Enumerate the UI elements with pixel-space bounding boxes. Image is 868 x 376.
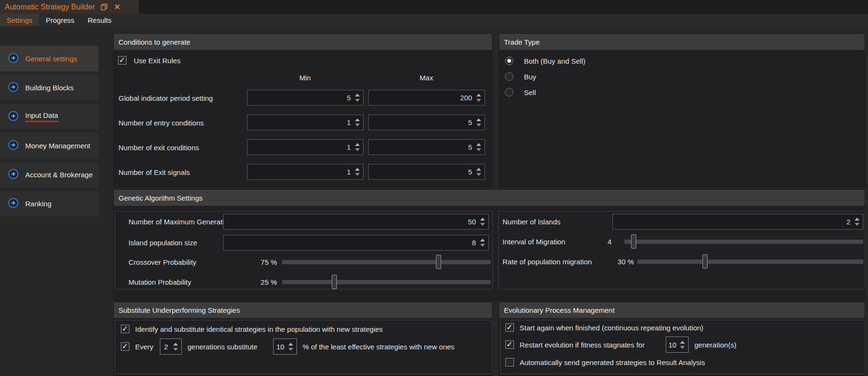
spin-down-icon[interactable] <box>476 99 481 102</box>
spinner-value[interactable]: 50 <box>224 214 476 229</box>
spin-up-icon[interactable] <box>855 218 859 221</box>
spinner-value[interactable]: 1 <box>247 115 351 130</box>
tab-settings[interactable]: Settings <box>0 14 39 26</box>
spin-down-icon[interactable] <box>355 124 360 126</box>
spinner-value[interactable]: 10 <box>274 339 287 354</box>
close-icon[interactable]: ✕ <box>114 3 120 11</box>
spinner-value[interactable]: 2 <box>160 339 172 354</box>
use-exit-rules-checkbox[interactable] <box>118 56 127 65</box>
min-spinner-global-indicator-period[interactable]: 5 <box>247 90 364 106</box>
max-generations-spinner[interactable]: 50 <box>223 214 489 230</box>
min-spinner-entry-conditions[interactable]: 1 <box>247 115 364 130</box>
sidebar-item-ranking[interactable]: Ranking <box>0 191 99 216</box>
spin-up-icon[interactable] <box>476 168 481 171</box>
spinner-buttons[interactable] <box>478 235 487 250</box>
spin-up-icon[interactable] <box>680 341 685 344</box>
sidebar-item-input-data[interactable]: Input Data <box>0 104 99 129</box>
crossover-slider[interactable] <box>282 255 491 269</box>
restore-window-icon[interactable] <box>100 3 108 10</box>
spinner-value[interactable]: 1 <box>247 140 351 154</box>
spinner-buttons[interactable] <box>353 90 362 105</box>
spin-down-icon[interactable] <box>480 244 485 247</box>
spinner-buttons[interactable] <box>353 140 362 154</box>
spinner-value[interactable]: 5 <box>247 90 351 105</box>
spin-up-icon[interactable] <box>288 343 293 346</box>
spin-up-icon[interactable] <box>355 168 360 171</box>
spinner-value[interactable]: 5 <box>369 140 472 154</box>
slider-track[interactable] <box>282 280 491 284</box>
slider-handle[interactable] <box>631 234 636 249</box>
spinner-value[interactable]: 8 <box>224 235 476 250</box>
spin-down-icon[interactable] <box>288 348 293 351</box>
sidebar-item-general-settings[interactable]: General settings <box>0 46 99 71</box>
spin-up-icon[interactable] <box>355 94 360 96</box>
spin-up-icon[interactable] <box>480 239 485 241</box>
islands-spinner[interactable]: 2 <box>612 214 863 230</box>
slider-track[interactable] <box>282 260 491 264</box>
slider-handle[interactable] <box>332 275 337 289</box>
min-spinner-exit-conditions[interactable]: 1 <box>247 139 364 155</box>
spinner-value[interactable]: 1 <box>247 164 351 179</box>
radio-both[interactable] <box>505 57 513 65</box>
spin-down-icon[interactable] <box>855 223 859 226</box>
slider-track[interactable] <box>624 240 863 244</box>
slider-track[interactable] <box>637 260 863 264</box>
tab-progress[interactable]: Progress <box>39 14 81 26</box>
spin-down-icon[interactable] <box>355 173 360 176</box>
spin-down-icon[interactable] <box>476 148 481 151</box>
sidebar-item-account-brokerage[interactable]: Account & Brokerage <box>0 162 99 187</box>
spinner-value[interactable]: 2 <box>613 214 850 229</box>
spinner-buttons[interactable] <box>474 164 483 179</box>
spin-down-icon[interactable] <box>173 348 178 351</box>
spin-up-icon[interactable] <box>355 118 360 121</box>
spin-down-icon[interactable] <box>480 223 485 226</box>
spin-up-icon[interactable] <box>355 143 360 146</box>
spinner-value[interactable]: 10 <box>666 337 679 352</box>
max-spinner-global-indicator-period[interactable]: 200 <box>368 90 485 106</box>
spinner-buttons[interactable] <box>474 140 483 154</box>
every-generations-checkbox[interactable] <box>121 342 129 351</box>
island-population-spinner[interactable]: 8 <box>223 235 489 251</box>
restart-evolution-checkbox[interactable] <box>505 340 514 349</box>
spinner-value[interactable]: 200 <box>369 90 472 105</box>
spin-down-icon[interactable] <box>476 173 481 176</box>
spin-up-icon[interactable] <box>480 218 485 221</box>
spin-up-icon[interactable] <box>476 118 481 121</box>
stagnation-generations-spinner[interactable]: 10 <box>666 337 689 353</box>
spin-down-icon[interactable] <box>476 124 481 126</box>
spinner-buttons[interactable] <box>286 339 295 354</box>
sidebar-item-building-blocks[interactable]: Building Blocks <box>0 75 99 100</box>
spinner-buttons[interactable] <box>171 339 180 354</box>
spinner-value[interactable]: 5 <box>369 115 472 130</box>
radio-sell[interactable] <box>505 88 513 96</box>
spinner-buttons[interactable] <box>474 115 483 130</box>
spin-up-icon[interactable] <box>476 94 481 96</box>
spin-down-icon[interactable] <box>355 148 360 151</box>
mutation-slider[interactable] <box>282 275 491 289</box>
spinner-buttons[interactable] <box>853 214 861 229</box>
start-again-checkbox[interactable] <box>505 323 514 332</box>
spinner-value[interactable]: 5 <box>369 164 472 179</box>
slider-handle[interactable] <box>702 254 708 269</box>
spin-up-icon[interactable] <box>476 143 481 146</box>
spinner-buttons[interactable] <box>353 164 362 179</box>
spinner-buttons[interactable] <box>353 115 362 130</box>
spinner-buttons[interactable] <box>474 90 483 105</box>
spin-up-icon[interactable] <box>173 343 178 346</box>
substitute-percent-spinner[interactable]: 10 <box>273 338 297 355</box>
spin-down-icon[interactable] <box>680 346 685 349</box>
sidebar-item-money-management[interactable]: Money Management <box>0 133 99 158</box>
migration-interval-slider[interactable] <box>624 234 863 249</box>
max-spinner-exit-conditions[interactable]: 5 <box>368 139 485 155</box>
tab-results[interactable]: Results <box>81 14 118 26</box>
slider-handle[interactable] <box>436 255 441 269</box>
max-spinner-exit-signals[interactable]: 5 <box>368 164 485 180</box>
generations-interval-spinner[interactable]: 2 <box>160 338 182 355</box>
spinner-buttons[interactable] <box>478 214 487 229</box>
spin-down-icon[interactable] <box>355 99 360 102</box>
auto-send-checkbox[interactable] <box>505 358 514 366</box>
max-spinner-entry-conditions[interactable]: 5 <box>368 115 485 130</box>
identify-substitute-checkbox[interactable] <box>121 325 129 333</box>
spinner-buttons[interactable] <box>678 337 687 352</box>
radio-buy[interactable] <box>505 72 513 81</box>
